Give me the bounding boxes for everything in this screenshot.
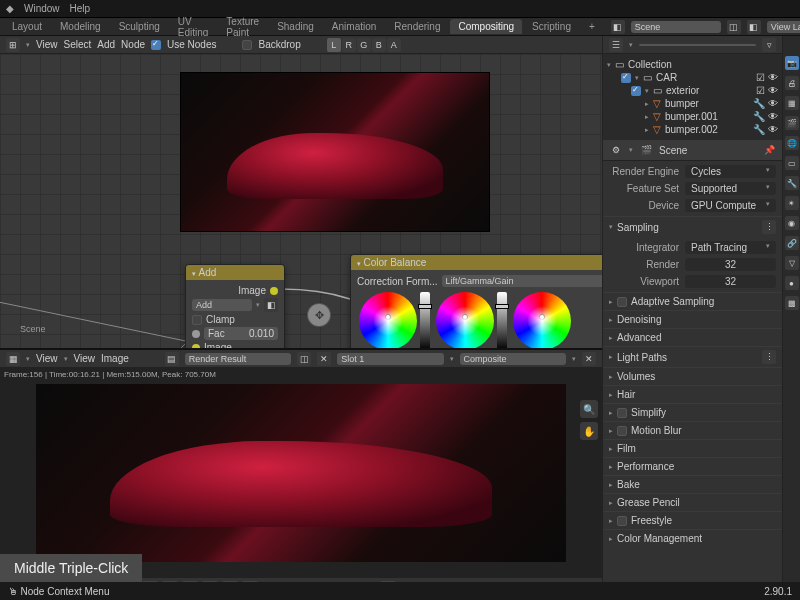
modifier-icon[interactable]: 🔧 — [753, 111, 765, 122]
section-light-paths[interactable]: ▸Light Paths⋮ — [603, 346, 782, 367]
section-grease-pencil[interactable]: ▸Grease Pencil — [603, 493, 782, 511]
panel-menu-icon[interactable]: ⋮ — [762, 220, 776, 234]
outliner-tree[interactable]: ▾▭Collection ▾▭CAR☑👁 ▾▭exterior☑👁 ▸▽bump… — [603, 54, 782, 140]
pass-dropdown[interactable]: Composite — [460, 353, 566, 365]
section-performance[interactable]: ▸Performance — [603, 457, 782, 475]
tab-shading[interactable]: Shading — [269, 19, 322, 34]
fac-field[interactable]: Fac 0.010 — [204, 327, 278, 340]
eye-icon[interactable]: 👁 — [768, 111, 778, 122]
outliner-row-bumper[interactable]: ▸▽bumper🔧👁 — [607, 97, 778, 110]
image-x-icon[interactable]: ✕ — [317, 352, 331, 366]
collection-checkbox[interactable] — [621, 73, 631, 83]
eye-icon[interactable]: 👁 — [768, 72, 778, 83]
section-film[interactable]: ▸Film — [603, 439, 782, 457]
section-motion-blur[interactable]: ▸Motion Blur — [603, 421, 782, 439]
image-menu-image[interactable]: Image — [101, 353, 129, 364]
pin-icon[interactable]: 📌 — [762, 143, 776, 157]
section-simplify[interactable]: ▸Simplify — [603, 403, 782, 421]
tab-object-icon[interactable]: ▭ — [785, 156, 799, 170]
outliner-row-bumper002[interactable]: ▸▽bumper.002🔧👁 — [607, 123, 778, 136]
outliner-search[interactable] — [639, 44, 756, 46]
tab-output-icon[interactable]: 🖨 — [785, 76, 799, 90]
section-volumes[interactable]: ▸Volumes — [603, 367, 782, 385]
tab-texture-icon[interactable]: ▩ — [785, 296, 799, 310]
viewlayer-field[interactable]: View Layer — [767, 21, 800, 33]
scene-new-icon[interactable]: ◫ — [727, 20, 741, 34]
section-advanced[interactable]: ▸Advanced — [603, 328, 782, 346]
tab-physics-icon[interactable]: ◉ — [785, 216, 799, 230]
simplify-checkbox[interactable] — [617, 408, 627, 418]
tab-layout[interactable]: Layout — [4, 19, 50, 34]
integrator-dropdown[interactable]: Path Tracing▾ — [685, 241, 776, 254]
tab-modifier-icon[interactable]: 🔧 — [785, 176, 799, 190]
image-gear-icon[interactable]: ✕ — [582, 352, 596, 366]
outliner-row-collection[interactable]: ▾▭Collection — [607, 58, 778, 71]
socket-out-image[interactable] — [270, 287, 278, 295]
outliner-filter-icon[interactable]: ▿ — [762, 38, 776, 52]
eye-icon[interactable]: 👁 — [768, 98, 778, 109]
tab-scripting[interactable]: Scripting — [524, 19, 579, 34]
exclude-icon[interactable]: ☑ — [756, 85, 765, 96]
tab-sculpting[interactable]: Sculpting — [111, 19, 168, 34]
clamp-checkbox[interactable] — [192, 315, 202, 325]
render-result-field[interactable]: Render Result — [185, 353, 291, 365]
tab-scene-icon[interactable]: 🎬 — [785, 116, 799, 130]
menu-help[interactable]: Help — [70, 3, 91, 14]
section-freestyle[interactable]: ▸Freestyle — [603, 511, 782, 529]
tab-particle-icon[interactable]: ✴ — [785, 196, 799, 210]
gamma-color-wheel[interactable] — [436, 292, 494, 348]
menu-select[interactable]: Select — [64, 39, 92, 50]
image-menu-view[interactable]: View — [36, 353, 58, 364]
channel-l[interactable]: L — [327, 38, 341, 52]
lift-value-slider[interactable] — [420, 292, 430, 348]
image-menu-view2[interactable]: View — [74, 353, 96, 364]
channel-b[interactable]: B — [372, 38, 386, 52]
tab-material-icon[interactable]: ● — [785, 276, 799, 290]
feature-dropdown[interactable]: Supported▾ — [685, 182, 776, 195]
socket-in-image[interactable] — [192, 344, 200, 349]
pan-icon[interactable]: ✋ — [580, 422, 598, 440]
sampling-section[interactable]: ▾Sampling⋮ — [603, 216, 782, 237]
section-bake[interactable]: ▸Bake — [603, 475, 782, 493]
outliner-row-bumper001[interactable]: ▸▽bumper.001🔧👁 — [607, 110, 778, 123]
channel-r[interactable]: R — [342, 38, 356, 52]
editor-type-icon[interactable]: ⊞ — [6, 38, 20, 52]
section-hair[interactable]: ▸Hair — [603, 385, 782, 403]
modifier-icon[interactable]: 🔧 — [753, 124, 765, 135]
add-node[interactable]: ▾ Add Image Add▾◧ Clamp Fac 0.010 Image — [185, 264, 285, 348]
color-balance-node[interactable]: ▾ Color Balance Correction Form...Lift/G… — [350, 254, 602, 348]
image-browse-icon[interactable]: ▤ — [165, 352, 179, 366]
collection-checkbox[interactable] — [631, 86, 641, 96]
freestyle-checkbox[interactable] — [617, 516, 627, 526]
outliner-type-icon[interactable]: ☰ — [609, 38, 623, 52]
channel-g[interactable]: G — [357, 38, 371, 52]
section-color-management[interactable]: ▸Color Management — [603, 529, 782, 547]
socket-fac[interactable] — [192, 330, 200, 338]
tab-viewlayer-icon[interactable]: ▦ — [785, 96, 799, 110]
menu-add[interactable]: Add — [97, 39, 115, 50]
properties-type-icon[interactable]: ⚙ — [609, 143, 623, 157]
menu-view[interactable]: View — [36, 39, 58, 50]
gain-color-wheel[interactable] — [513, 292, 571, 348]
image-viewport[interactable]: Frame:156 | Time:00:16.21 | Mem:515.00M,… — [0, 368, 602, 578]
exclude-icon[interactable]: ☑ — [756, 72, 765, 83]
use-nodes-checkbox[interactable] — [151, 40, 161, 50]
disclosure-icon[interactable]: ▾ — [607, 61, 611, 69]
add-mode-icon[interactable]: ◧ — [264, 298, 278, 312]
viewport-samples-field[interactable]: 32 — [685, 275, 776, 288]
zoom-icon[interactable]: 🔍 — [580, 400, 598, 418]
tab-rendering[interactable]: Rendering — [386, 19, 448, 34]
menu-window[interactable]: Window — [24, 3, 60, 14]
menu-node[interactable]: Node — [121, 39, 145, 50]
render-samples-field[interactable]: 32 — [685, 258, 776, 271]
gamma-value-slider[interactable] — [497, 292, 507, 348]
section-denoising[interactable]: ▸Denoising — [603, 310, 782, 328]
tab-add[interactable]: + — [581, 19, 603, 34]
channel-a[interactable]: A — [387, 38, 401, 52]
layer-browse-icon[interactable]: ◧ — [747, 20, 761, 34]
color-balance-header[interactable]: ▾ Color Balance — [351, 255, 602, 270]
lift-color-wheel[interactable] — [359, 292, 417, 348]
modifier-icon[interactable]: 🔧 — [753, 98, 765, 109]
eye-icon[interactable]: 👁 — [768, 124, 778, 135]
outliner-row-exterior[interactable]: ▾▭exterior☑👁 — [607, 84, 778, 97]
